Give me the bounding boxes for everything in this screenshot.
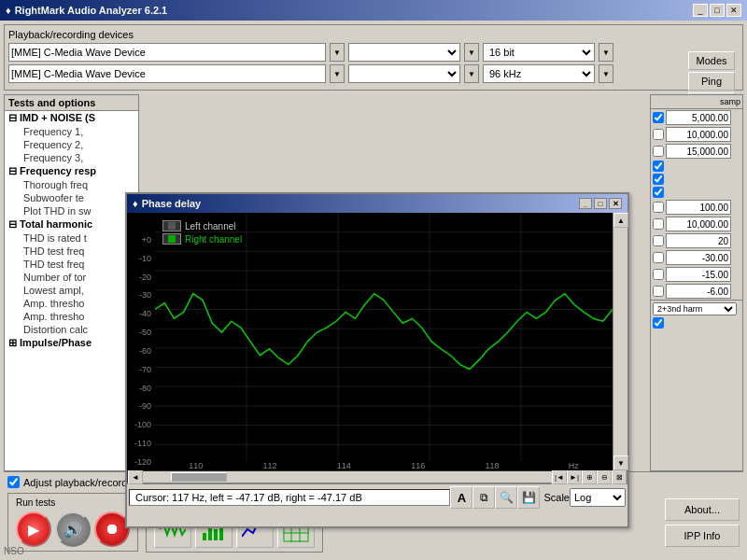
phase-close-btn[interactable]: ✕ xyxy=(609,198,622,209)
h-scroll-thumb[interactable] xyxy=(171,472,227,482)
minimize-button[interactable]: _ xyxy=(693,4,708,17)
x-label-114: 114 xyxy=(337,461,351,470)
tree-item-7[interactable]: Plot THD in sw xyxy=(5,204,138,217)
phase-minimize-btn[interactable]: _ xyxy=(579,198,592,209)
devices-panel: Playback/recording devices [MME] C-Media… xyxy=(4,24,743,91)
bitdepth-select[interactable]: 16 bit xyxy=(483,43,595,62)
value-input-3[interactable] xyxy=(666,144,731,159)
ping-button[interactable]: Ping xyxy=(688,72,735,91)
dropdown-arrow-5[interactable]: ▼ xyxy=(464,64,479,83)
value-input-12[interactable] xyxy=(666,284,731,299)
harm-checkbox[interactable] xyxy=(653,317,664,329)
search-btn[interactable]: 🔍 xyxy=(495,486,517,509)
modes-button[interactable]: Modes xyxy=(688,51,735,70)
checkbox-12[interactable] xyxy=(653,286,664,297)
value-input-11[interactable] xyxy=(666,267,731,282)
samplerate-select[interactable]: 96 kHz xyxy=(483,64,595,83)
checkbox-5[interactable] xyxy=(653,174,664,185)
app-title: RightMark Audio Analyzer 6.2.1 xyxy=(15,5,168,16)
dropdown-arrow-4[interactable]: ▼ xyxy=(330,64,345,83)
scale-select[interactable]: Log xyxy=(570,488,626,507)
checkbox-11[interactable] xyxy=(653,269,664,280)
scroll-left-btn[interactable]: ◄ xyxy=(128,469,143,484)
scroll-up-btn[interactable]: ▲ xyxy=(613,213,628,228)
harm-dropdown[interactable]: 2+3nd harm xyxy=(653,302,737,315)
right-row-1 xyxy=(651,109,742,126)
adjust-checkbox[interactable] xyxy=(7,476,20,488)
value-input-2[interactable] xyxy=(666,127,731,142)
checkbox-2[interactable] xyxy=(653,129,664,140)
y-label-5: -50 xyxy=(129,328,153,337)
play-button[interactable]: ▶ xyxy=(16,511,51,547)
y-axis: +0 -10 -20 -30 -40 -50 -60 -70 -80 -90 -… xyxy=(127,213,155,470)
device-row-2: [MME] C-Media Wave Device ▼ ▼ 96 kHz ▼ xyxy=(8,64,739,83)
recording-device-select[interactable]: [MME] C-Media Wave Device xyxy=(8,64,326,83)
phase-title: Phase delay xyxy=(142,198,202,209)
zoom-fit-btn[interactable]: ⊠ xyxy=(612,469,627,484)
dropdown-arrow-1[interactable]: ▼ xyxy=(330,43,345,62)
tree-item-2[interactable]: Frequency 2, xyxy=(5,138,138,151)
tree-item-3[interactable]: Frequency 3, xyxy=(5,151,138,164)
playback-device-select[interactable]: [MME] C-Media Wave Device xyxy=(8,43,326,62)
tree-item-9[interactable]: THD is rated t xyxy=(5,231,138,245)
tree-item-5[interactable]: Thorough freq xyxy=(5,178,138,191)
tree-item-8[interactable]: ⊟ Total harmonic xyxy=(5,217,138,231)
scroll-right-1[interactable]: |◄ xyxy=(552,469,567,484)
value-input-9[interactable] xyxy=(666,233,731,248)
h-scrollbar[interactable]: ◄ |◄ ►| ⊕ ⊖ ⊠ xyxy=(127,470,627,483)
save-btn[interactable]: 💾 xyxy=(517,486,540,509)
stop-button[interactable]: 🔊 xyxy=(55,511,91,547)
channel-select-2[interactable] xyxy=(348,64,460,83)
scroll-right-2[interactable]: ►| xyxy=(567,469,582,484)
tree-item-10[interactable]: THD test freq xyxy=(5,245,138,258)
title-bar-controls: _ □ ✕ xyxy=(693,4,741,17)
checkbox-3[interactable] xyxy=(653,146,664,157)
tree-item-1[interactable]: Frequency 1, xyxy=(5,125,138,138)
scroll-down-btn[interactable]: ▼ xyxy=(613,455,628,470)
dropdown-arrow-6[interactable]: ▼ xyxy=(599,64,613,83)
tree-item-13[interactable]: Lowest ampl, xyxy=(5,284,138,297)
tree-item-4[interactable]: ⊟ Frequency resp xyxy=(5,164,138,178)
ipp-button[interactable]: IPP Info xyxy=(665,525,740,547)
tree-item-11[interactable]: THD test freq xyxy=(5,258,138,271)
tree-item-16[interactable]: Distortion calc xyxy=(5,323,138,336)
checkbox-7[interactable] xyxy=(653,202,664,213)
y-label-4: -40 xyxy=(129,309,153,318)
tree-item-17[interactable]: ⊞ Impulse/Phase xyxy=(5,336,138,350)
checkbox-1[interactable] xyxy=(653,112,664,123)
close-button[interactable]: ✕ xyxy=(726,4,741,17)
tree-item-15[interactable]: Amp. thresho xyxy=(5,310,138,323)
value-input-10[interactable] xyxy=(666,250,731,265)
value-input-8[interactable] xyxy=(666,217,731,231)
about-button[interactable]: About... xyxy=(665,498,740,521)
zoom-in-btn[interactable]: ⊕ xyxy=(582,469,597,484)
right-row-9 xyxy=(651,232,742,249)
phase-maximize-btn[interactable]: □ xyxy=(594,198,607,209)
h-scroll-track[interactable] xyxy=(143,472,552,482)
right-values-panel: samp xyxy=(650,94,743,471)
dropdown-arrow-2[interactable]: ▼ xyxy=(464,43,479,62)
copy-btn[interactable]: ⧉ xyxy=(472,486,495,509)
zoom-out-btn[interactable]: ⊖ xyxy=(597,469,612,484)
tree-item-0[interactable]: ⊟ IMD + NOISE (S xyxy=(5,111,138,125)
text-tool-btn[interactable]: A xyxy=(450,486,472,509)
right-scroll-container: 2+3nd harm xyxy=(651,109,742,470)
tree-item-12[interactable]: Number of tor xyxy=(5,271,138,284)
checkbox-4[interactable] xyxy=(653,161,664,172)
tree-item-14[interactable]: Amp. thresho xyxy=(5,297,138,310)
legend-left-label: Left channel xyxy=(185,221,236,231)
checkbox-9[interactable] xyxy=(653,235,664,246)
checkbox-8[interactable] xyxy=(653,218,664,230)
dropdown-arrow-3[interactable]: ▼ xyxy=(599,43,613,62)
text-icon: A xyxy=(458,491,466,505)
checkbox-10[interactable] xyxy=(653,252,664,263)
phase-chart xyxy=(155,213,613,461)
cursor-info: Cursor: 117 Hz, left = -47.17 dB, right … xyxy=(129,489,450,506)
y-label-6: -60 xyxy=(129,346,153,356)
tree-item-6[interactable]: Subwoofer te xyxy=(5,191,138,204)
value-input-7[interactable] xyxy=(666,200,731,215)
maximize-button[interactable]: □ xyxy=(710,4,725,17)
checkbox-6[interactable] xyxy=(653,187,664,198)
value-input-1[interactable] xyxy=(666,110,731,125)
channel-select-1[interactable] xyxy=(348,43,460,62)
